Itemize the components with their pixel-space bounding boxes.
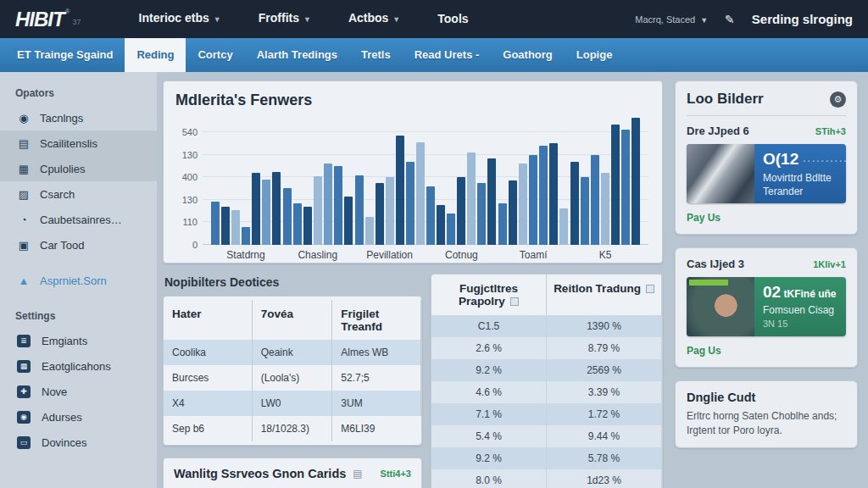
devices-cell[interactable]: 52.7;5 (332, 365, 421, 391)
sidebar-item-scailitenslis[interactable]: ▤Scailitenslis (0, 130, 157, 156)
sidebar-item-eaotglicahons[interactable]: ▦Eaotglicahons (0, 353, 157, 379)
ratios-cell[interactable]: 5.4 % (431, 425, 547, 447)
bar[interactable] (406, 162, 415, 245)
bar[interactable] (519, 164, 527, 245)
bar[interactable] (242, 227, 250, 245)
app-logo[interactable]: HIBIT ® 37 (15, 8, 81, 31)
bar[interactable] (611, 125, 620, 245)
ratios-cell[interactable]: 8.79 % (547, 337, 662, 359)
bar[interactable] (559, 208, 568, 245)
bar[interactable] (344, 197, 353, 245)
sidebar-item-car-tood[interactable]: ▣Car Tood (0, 232, 157, 258)
bar[interactable] (632, 118, 640, 245)
bar[interactable] (509, 180, 517, 245)
bar[interactable] (396, 136, 404, 245)
pencil-icon[interactable]: ✎ (725, 13, 735, 26)
ratios-cell[interactable]: 1.72 % (547, 403, 662, 425)
ratios-cell[interactable]: 9.2 % (431, 447, 547, 469)
sidebar-item-cpulolies[interactable]: ▦Cpulolies (0, 156, 157, 181)
ratios-cell[interactable]: 2.6 % (431, 337, 547, 359)
topnav-item[interactable]: Froffits▼ (240, 0, 330, 39)
bar[interactable] (231, 210, 240, 245)
bar[interactable] (262, 180, 270, 245)
header-icon[interactable] (510, 297, 519, 306)
bar[interactable] (252, 173, 260, 245)
topnav-item[interactable]: Tools (419, 0, 487, 38)
bar[interactable] (437, 205, 445, 245)
sidebar-link-report[interactable]: ▲ Asprniet.Sorn (0, 268, 157, 293)
tab-et-trainge-sgaind[interactable]: ET Trainge Sgaind (5, 38, 125, 72)
ratios-cell[interactable]: 1d23 % (547, 469, 662, 488)
sidebar-item-dovinces[interactable]: ▭Dovinces (0, 430, 157, 455)
bar[interactable] (314, 176, 322, 245)
bar[interactable] (303, 207, 312, 245)
ratios-cell[interactable]: 3.39 % (547, 381, 662, 403)
sidebar-item-nove[interactable]: ✚Nove (0, 379, 157, 404)
ratios-cell[interactable]: 9.2 % (431, 359, 547, 381)
topnav-item[interactable]: Interioc etbs▼ (120, 0, 240, 39)
bar[interactable] (355, 175, 364, 245)
bar[interactable] (426, 186, 435, 245)
tab-reding[interactable]: Reding (125, 38, 186, 72)
tab-read-urets-[interactable]: Read Urets - (403, 38, 492, 72)
devices-cell[interactable]: Almes WB (332, 340, 421, 365)
ratios-cell[interactable]: C1.5 (431, 315, 547, 337)
bar[interactable] (283, 188, 292, 245)
bar[interactable] (324, 164, 332, 245)
sidebar-item-emgiants[interactable]: ≣Emgiants (0, 328, 157, 353)
bar[interactable] (581, 177, 589, 245)
devices-cell[interactable]: Coolika (164, 340, 253, 365)
bar[interactable] (211, 202, 220, 245)
bar[interactable] (529, 155, 537, 245)
card2-listing-tile[interactable]: 02 tKFiné uñe Fomsuen Cisag 3N 15 (687, 277, 846, 336)
ratios-cell[interactable]: 1390 % (547, 315, 662, 337)
card1-pay-link[interactable]: Pay Us (687, 212, 721, 224)
bar[interactable] (272, 172, 281, 245)
bar[interactable] (457, 177, 465, 245)
sidebar-item-csarch[interactable]: ▨Csarch (0, 181, 157, 207)
ratios-cell[interactable]: 4.6 % (431, 381, 547, 403)
bar[interactable] (591, 155, 599, 245)
bar[interactable] (447, 214, 455, 245)
bar[interactable] (376, 183, 384, 245)
card1-listing-tile[interactable]: O(12 ·········· Movirttrd Bdltte Terande… (687, 144, 846, 203)
topnav-item[interactable]: Actbos▼ (330, 0, 419, 39)
devices-cell[interactable]: M6LI39 (332, 416, 421, 441)
devices-cell[interactable]: Qeaink (253, 340, 333, 365)
settings-gear-icon[interactable]: ⚙ (830, 92, 846, 108)
tab-goathorg[interactable]: Goathorg (491, 38, 565, 72)
bar[interactable] (570, 162, 579, 245)
ratios-cell[interactable]: 7.1 % (431, 403, 547, 425)
tab-cortcy[interactable]: Cortcy (186, 38, 244, 72)
bar[interactable] (498, 203, 507, 245)
bar[interactable] (621, 130, 630, 245)
devices-cell[interactable]: Burcses (164, 365, 253, 391)
bar[interactable] (365, 217, 374, 245)
bar[interactable] (467, 152, 476, 245)
sidebar-item-caubetsainres-[interactable]: ◔Caubetsainres… (0, 207, 157, 232)
tab-alarth-tredings[interactable]: Alarth Tredings (245, 38, 349, 72)
card2-pay-link[interactable]: Pag Us (687, 345, 721, 357)
ratios-cell[interactable]: 2569 % (547, 359, 662, 381)
ratios-cell[interactable]: 9.44 % (547, 425, 662, 447)
ratios-cell[interactable]: 8.0 % (431, 469, 547, 488)
bar[interactable] (549, 143, 558, 245)
ratios-cell[interactable]: 5.78 % (547, 447, 662, 469)
tab-tretls[interactable]: Tretls (349, 38, 403, 72)
devices-cell[interactable]: (Loola's) (253, 365, 333, 391)
tab-lopige[interactable]: Lopige (565, 38, 625, 72)
sidebar-item-adurses[interactable]: ◉Adurses (0, 404, 157, 430)
bar[interactable] (386, 177, 394, 245)
bar[interactable] (221, 207, 230, 245)
bar[interactable] (601, 173, 609, 245)
devices-cell[interactable]: 3UM (332, 391, 421, 416)
bar[interactable] (293, 203, 302, 245)
bar[interactable] (416, 142, 425, 245)
bar[interactable] (334, 166, 342, 245)
devices-cell[interactable]: LW0 (253, 391, 333, 416)
bar[interactable] (487, 158, 496, 245)
devices-cell[interactable]: Sep b6 (164, 416, 253, 441)
header-icon[interactable] (646, 285, 654, 293)
sidebar-item-tacnlngs[interactable]: ◉Tacnlngs (0, 105, 157, 130)
devices-cell[interactable]: 18/1028.3) (253, 416, 333, 441)
